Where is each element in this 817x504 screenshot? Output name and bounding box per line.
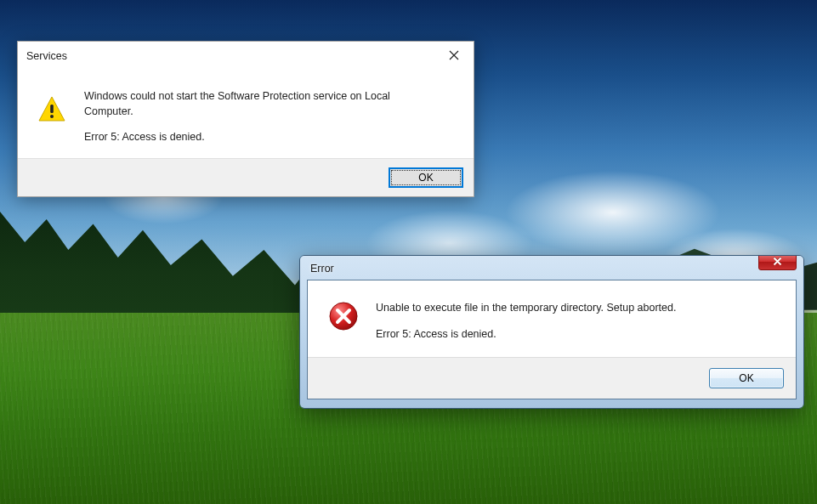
error-ok-button[interactable]: OK bbox=[709, 368, 784, 388]
error-dialog-footer: OK bbox=[308, 357, 796, 399]
error-dialog-inner: Unable to execute file in the temporary … bbox=[307, 280, 797, 399]
services-dialog-message: Windows could not start the Software Pro… bbox=[84, 89, 424, 143]
error-dialog-titlebar[interactable]: Error bbox=[307, 263, 797, 280]
services-dialog-titlebar[interactable]: Services bbox=[18, 42, 474, 71]
svg-point-1 bbox=[50, 115, 54, 118]
error-message-line1: Unable to execute file in the temporary … bbox=[376, 301, 676, 316]
error-message-line2: Error 5: Access is denied. bbox=[376, 328, 676, 340]
warning-icon bbox=[37, 94, 67, 128]
services-dialog-footer: OK bbox=[18, 158, 474, 196]
error-dialog-close-button[interactable] bbox=[758, 255, 797, 270]
services-ok-button[interactable]: OK bbox=[389, 167, 463, 188]
close-icon bbox=[773, 255, 782, 269]
error-dialog: Error bbox=[299, 255, 804, 409]
services-dialog-body: Windows could not start the Software Pro… bbox=[18, 71, 474, 158]
error-dialog-chrome: Error bbox=[300, 256, 803, 408]
services-dialog: Services Windows could not start the Sof… bbox=[17, 41, 474, 197]
services-message-line1: Windows could not start the Software Pro… bbox=[84, 89, 424, 119]
close-icon bbox=[449, 48, 459, 64]
services-message-line2: Error 5: Access is denied. bbox=[84, 131, 424, 143]
error-icon bbox=[328, 301, 359, 335]
error-dialog-body: Unable to execute file in the temporary … bbox=[308, 280, 796, 357]
svg-rect-0 bbox=[50, 105, 54, 113]
services-dialog-title: Services bbox=[26, 50, 67, 62]
error-dialog-title: Error bbox=[310, 263, 334, 275]
services-dialog-close-button[interactable] bbox=[434, 42, 474, 71]
error-dialog-message: Unable to execute file in the temporary … bbox=[376, 301, 676, 340]
